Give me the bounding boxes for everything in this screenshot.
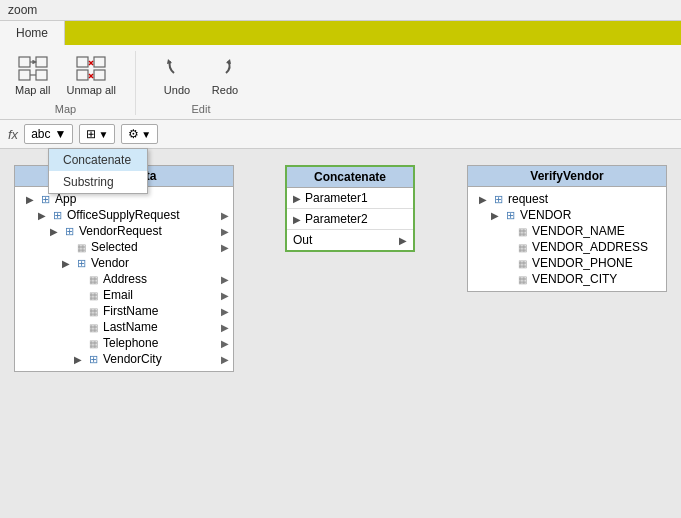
right-arrow-icon: ▶ [221,354,229,365]
list-item[interactable]: ▶ ⊞ OfficeSupplyRequest ▶ [15,207,233,223]
tree-label: Address [103,272,147,286]
map-all-button[interactable]: Map all [10,51,55,99]
tree-label: Telephone [103,336,158,350]
list-item[interactable]: ▶ ▦ Telephone ▶ [15,335,233,351]
chevron-down-icon3: ▼ [141,129,151,140]
list-item[interactable]: ▶ ▦ Selected ▶ [15,239,233,255]
verify-vendor-panel: VerifyVendor ▶ ⊞ request ▶ ⊞ VENDOR ▶ ▦ … [467,165,667,292]
title-label: zoom [8,3,37,17]
redo-button[interactable]: Redo [204,51,246,99]
input-arrow-icon: ▶ [293,193,301,204]
grid-icon: ⊞ [73,256,89,270]
tab-bar: Home [0,21,681,45]
svg-rect-3 [19,70,30,80]
expand-icon: ▶ [476,192,490,206]
ribbon-map-buttons: Map all Unmap all [10,51,121,99]
input-arrow-icon: ▶ [293,214,301,225]
svg-rect-9 [94,70,105,80]
svg-rect-5 [36,70,47,80]
concat-param1-label: Parameter1 [305,191,368,205]
list-item[interactable]: ▶ ⊞ VENDOR [468,207,666,223]
tree-label: FirstName [103,304,158,318]
map-group-label: Map [55,103,76,115]
tree-label: request [508,192,548,206]
expand-icon: ▶ [35,208,49,222]
list-item[interactable]: ▶ ▦ Address ▶ [15,271,233,287]
concat-row-param1: ▶ Parameter1 [287,188,413,209]
formula-bar: fx abc ▼ ⊞ ▼ ⚙ ▼ Concatenate Substring [0,120,681,149]
grid-icon: ⊞ [502,208,518,222]
redo-icon [209,54,241,82]
expand-icon: ▶ [23,192,37,206]
list-item[interactable]: ▶ ⊞ VendorRequest ▶ [15,223,233,239]
expand-icon: ▶ [488,208,502,222]
tree-label: VendorRequest [79,224,162,238]
unmap-all-button[interactable]: Unmap all [61,51,121,99]
bizagi-tree: ▶ ⊞ App ▶ ⊞ OfficeSupplyRequest ▶ ▶ ⊞ Ve… [15,187,233,371]
list-item[interactable]: ▶ ▦ VENDOR_PHONE [468,255,666,271]
tree-label: Selected [91,240,138,254]
list-item[interactable]: ▶ ⊞ VendorCity ▶ [15,351,233,367]
field-icon: ▦ [514,224,530,238]
tree-label: App [55,192,76,206]
tree-label: VENDOR_NAME [532,224,625,238]
field-icon: ▦ [85,272,101,286]
right-arrow-icon: ▶ [221,306,229,317]
list-item[interactable]: ▶ ▦ VENDOR_ADDRESS [468,239,666,255]
fx-label: fx [8,127,18,142]
unmap-all-icon [75,54,107,82]
list-item[interactable]: ▶ ▦ Email ▶ [15,287,233,303]
tree-label: OfficeSupplyRequest [67,208,180,222]
expand-icon: ▶ [47,224,61,238]
right-arrow-icon: ▶ [221,274,229,285]
tree-label: VendorCity [103,352,162,366]
field-icon: ▦ [85,320,101,334]
tree-label: VENDOR_PHONE [532,256,633,270]
field-icon: ▦ [73,240,89,254]
dropdown-item-substring[interactable]: Substring [49,171,147,193]
svg-rect-8 [77,70,88,80]
field-icon: ▦ [514,272,530,286]
grid-icon: ⊞ [49,208,65,222]
right-arrow-icon: ▶ [221,242,229,253]
list-item[interactable]: ▶ ▦ VENDOR_NAME [468,223,666,239]
list-item[interactable]: ▶ ▦ LastName ▶ [15,319,233,335]
output-arrow-icon: ▶ [399,235,407,246]
type-dropdown[interactable]: abc ▼ [24,124,73,144]
gear-icon-btn[interactable]: ⚙ ▼ [121,124,158,144]
right-arrow-icon: ▶ [221,210,229,221]
concat-param2-label: Parameter2 [305,212,368,226]
chevron-down-icon2: ▼ [98,129,108,140]
grid-icon: ⊞ [86,127,96,141]
grid-icon: ⊞ [85,352,101,366]
grid-icon: ⊞ [37,192,53,206]
undo-button[interactable]: Undo [156,51,198,99]
redo-label: Redo [212,84,238,96]
grid-icon: ⊞ [490,192,506,206]
grid-icon-btn[interactable]: ⊞ ▼ [79,124,115,144]
ribbon-group-map: Map all Unmap all [10,51,136,115]
list-item[interactable]: ▶ ▦ FirstName ▶ [15,303,233,319]
chevron-down-icon: ▼ [54,127,66,141]
ribbon: Map all Unmap all [0,45,681,120]
right-arrow-icon: ▶ [221,290,229,301]
field-icon: ▦ [85,288,101,302]
list-item[interactable]: ▶ ▦ VENDOR_CITY [468,271,666,287]
tab-home[interactable]: Home [0,21,65,45]
concatenate-box: Concatenate ▶ Parameter1 ▶ Parameter2 Ou… [285,165,415,252]
svg-rect-2 [36,57,47,67]
field-icon: ▦ [514,240,530,254]
ribbon-edit-buttons: Undo Redo [156,51,246,99]
unmap-all-label: Unmap all [66,84,116,96]
gear-icon: ⚙ [128,127,139,141]
type-dropdown-value: abc [31,127,50,141]
dropdown-item-concatenate[interactable]: Concatenate [49,149,147,171]
dropdown-menu: Concatenate Substring [48,148,148,194]
concat-row-out: Out ▶ [287,230,413,250]
tree-label: VENDOR [520,208,571,222]
concat-header: Concatenate [287,167,413,188]
list-item[interactable]: ▶ ⊞ Vendor [15,255,233,271]
field-icon: ▦ [85,336,101,350]
tree-label: VENDOR_CITY [532,272,617,286]
list-item[interactable]: ▶ ⊞ request [468,191,666,207]
